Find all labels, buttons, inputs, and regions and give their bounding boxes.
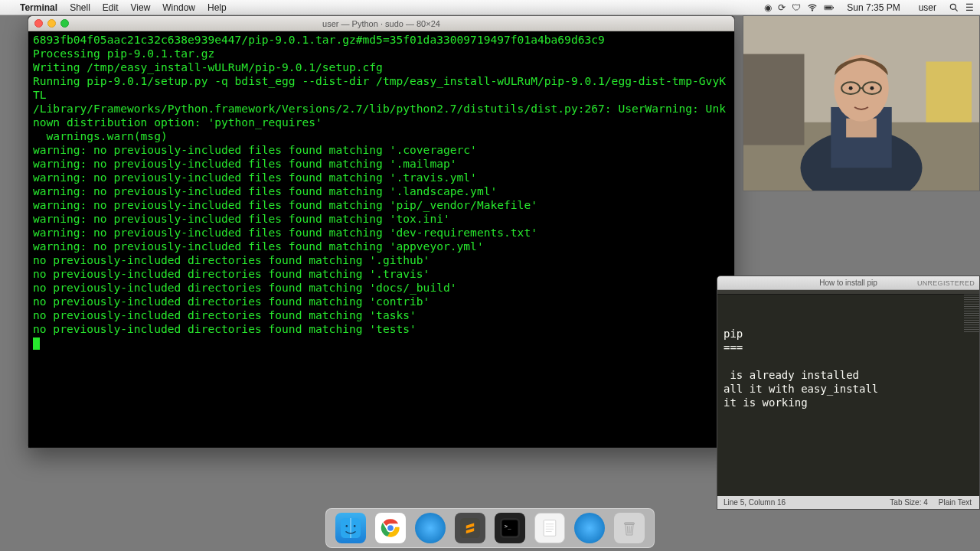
dock-document-icon[interactable] — [534, 513, 565, 543]
svg-rect-8 — [926, 61, 972, 122]
status-tab-size[interactable]: Tab Size: 4 — [890, 498, 927, 507]
terminal-titlebar[interactable]: user — Python · sudo — 80×24 — [28, 16, 734, 31]
zoom-button[interactable] — [60, 19, 69, 28]
minimap[interactable] — [964, 295, 979, 333]
sublime-titlebar[interactable]: How to install pip UNREGISTERED — [717, 276, 979, 290]
menubar-help[interactable]: Help — [201, 2, 233, 13]
svg-text:>_: >_ — [505, 523, 511, 530]
sync-icon[interactable]: ⟳ — [778, 2, 786, 13]
dock-trash-icon[interactable] — [614, 513, 645, 543]
menubar-shell[interactable]: Shell — [64, 2, 96, 13]
dock-app2-icon[interactable] — [574, 513, 605, 543]
sublime-editor[interactable]: pip === is already installed all it with… — [717, 295, 979, 496]
menubar-app-name[interactable]: Terminal — [14, 2, 64, 13]
svg-rect-33 — [625, 523, 635, 525]
dock-chrome-icon[interactable] — [375, 513, 406, 543]
terminal-output[interactable]: 6893fb04f05aac21c32c638e939e447/pip-9.0.… — [28, 31, 734, 448]
svg-rect-28 — [544, 520, 556, 536]
status-line-col[interactable]: Line 5, Column 16 — [717, 498, 786, 507]
notification-center-icon[interactable]: ☰ — [965, 2, 974, 13]
svg-point-0 — [812, 9, 813, 10]
svg-rect-24 — [460, 518, 480, 538]
dock: >_ — [325, 508, 655, 548]
shield-icon[interactable]: 🛡 — [792, 2, 801, 13]
svg-rect-3 — [825, 6, 832, 8]
menubar-edit[interactable]: Edit — [96, 2, 125, 13]
dock-sublime-icon[interactable] — [455, 513, 485, 543]
dock-finder-icon[interactable] — [335, 513, 366, 543]
sublime-statusbar: Line 5, Column 16 Tab Size: 4 Plain Text — [717, 496, 979, 509]
menubar-clock[interactable]: Sun 7:35 PM — [841, 2, 906, 13]
menubar-window[interactable]: Window — [156, 2, 201, 13]
svg-point-20 — [354, 525, 356, 527]
svg-rect-9 — [743, 54, 804, 145]
record-icon[interactable]: ◉ — [764, 2, 772, 13]
minimize-button[interactable] — [47, 19, 56, 28]
svg-point-16 — [849, 86, 853, 90]
unregistered-label: UNREGISTERED — [917, 279, 975, 287]
wifi-icon[interactable] — [807, 2, 818, 13]
status-syntax[interactable]: Plain Text — [939, 498, 972, 507]
svg-rect-2 — [833, 6, 834, 8]
menubar-user[interactable]: user — [913, 2, 942, 13]
svg-point-19 — [346, 525, 348, 527]
webcam-feed — [743, 15, 980, 191]
dock-terminal-icon[interactable]: >_ — [495, 513, 525, 543]
macos-menubar: Terminal Shell Edit View Window Help ◉ ⟳… — [0, 0, 980, 15]
svg-line-5 — [956, 8, 958, 11]
terminal-title: user — Python · sudo — 80×24 — [28, 19, 734, 28]
svg-point-17 — [870, 86, 874, 90]
dock-app1-icon[interactable] — [415, 513, 446, 543]
spotlight-icon[interactable] — [949, 2, 959, 13]
close-button[interactable] — [34, 19, 43, 28]
svg-point-4 — [950, 4, 956, 9]
menubar-view[interactable]: View — [125, 2, 157, 13]
sublime-window[interactable]: How to install pip UNREGISTERED pip === … — [717, 276, 980, 510]
terminal-window[interactable]: user — Python · sudo — 80×24 6893fb04f05… — [28, 15, 735, 448]
battery-icon[interactable] — [824, 2, 835, 13]
